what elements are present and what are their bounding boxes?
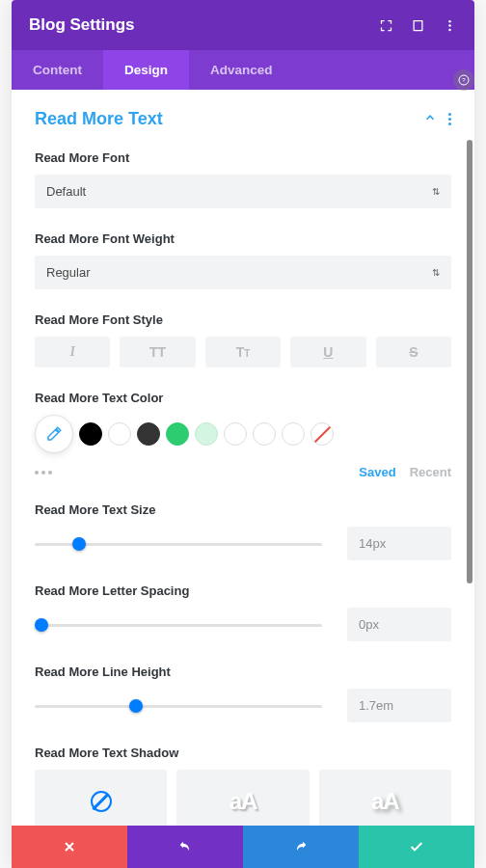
none-icon xyxy=(91,791,112,812)
field-spacing: Read More Letter Spacing 0px xyxy=(35,583,451,641)
expand-icon[interactable] xyxy=(379,18,393,33)
font-select[interactable]: Default ⇅ xyxy=(35,175,451,208)
color-swatch-darkgray[interactable] xyxy=(137,422,160,446)
lineheight-slider[interactable] xyxy=(35,696,322,716)
field-font: Read More Font Default ⇅ xyxy=(35,150,451,208)
more-menu-icon[interactable] xyxy=(443,18,457,33)
field-weight: Read More Font Weight Regular ⇅ xyxy=(35,231,451,289)
scrollbar[interactable] xyxy=(467,140,472,583)
color-swatch-white[interactable] xyxy=(108,422,131,446)
color-swatch-empty[interactable] xyxy=(224,422,247,446)
color-tab-recent[interactable]: Recent xyxy=(410,465,451,479)
header-actions xyxy=(379,18,457,33)
eyedropper-icon xyxy=(45,425,63,443)
tab-content[interactable]: Content xyxy=(12,50,103,90)
section-header: Read More Text xyxy=(35,109,451,129)
shadow-label: Read More Text Shadow xyxy=(35,746,451,760)
spacing-slider[interactable] xyxy=(35,615,322,635)
style-smallcaps-button[interactable]: TT xyxy=(205,337,281,367)
style-underline-button[interactable]: U xyxy=(290,337,365,367)
size-slider[interactable] xyxy=(35,534,322,554)
font-label: Read More Font xyxy=(35,150,451,165)
svg-point-1 xyxy=(448,24,451,27)
cancel-button[interactable] xyxy=(12,826,127,868)
undo-button[interactable] xyxy=(127,826,243,868)
section-actions xyxy=(423,111,451,127)
shadow-preset-none[interactable] xyxy=(35,770,167,826)
size-label: Read More Text Size xyxy=(35,502,451,517)
color-picker-button[interactable] xyxy=(35,415,73,453)
color-swatch-empty[interactable] xyxy=(282,422,305,446)
collapse-icon[interactable] xyxy=(423,111,437,127)
tab-advanced[interactable]: Advanced xyxy=(189,50,294,90)
settings-panel: Blog Settings Content Design Advanced ? … xyxy=(12,0,474,868)
tab-design[interactable]: Design xyxy=(103,50,189,90)
check-icon xyxy=(409,839,424,854)
style-italic-button[interactable]: I xyxy=(35,337,110,367)
spacing-value[interactable]: 0px xyxy=(347,608,451,641)
color-swatch-green[interactable] xyxy=(166,422,189,446)
color-swatch-none[interactable] xyxy=(310,422,334,446)
tabs-bar: Content Design Advanced xyxy=(12,50,474,90)
weight-label: Read More Font Weight xyxy=(35,231,451,246)
help-bubble-icon[interactable]: ? xyxy=(453,69,474,91)
save-button[interactable] xyxy=(359,826,474,868)
redo-button[interactable] xyxy=(243,826,359,868)
section-more-icon[interactable] xyxy=(448,113,451,125)
color-more-icon[interactable] xyxy=(35,471,52,475)
field-style: Read More Font Style I TT TT U S xyxy=(35,312,451,367)
color-swatch-empty[interactable] xyxy=(253,422,276,446)
style-uppercase-button[interactable]: TT xyxy=(120,337,195,367)
shadow-preset-2[interactable]: aA xyxy=(319,770,451,826)
font-value: Default xyxy=(46,184,86,199)
svg-point-2 xyxy=(448,28,451,31)
field-lineheight: Read More Line Height 1.7em xyxy=(35,665,451,722)
lineheight-label: Read More Line Height xyxy=(35,665,451,679)
close-icon xyxy=(62,839,77,854)
panel-header: Blog Settings xyxy=(12,0,474,50)
tablet-icon[interactable] xyxy=(411,18,425,33)
panel-title: Blog Settings xyxy=(29,15,135,35)
spacing-label: Read More Letter Spacing xyxy=(35,583,451,598)
shadow-preset-1[interactable]: aA xyxy=(176,770,309,826)
style-label: Read More Font Style xyxy=(35,312,451,327)
field-size: Read More Text Size 14px xyxy=(35,502,451,560)
color-swatch-lightgreen[interactable] xyxy=(195,422,218,446)
field-color: Read More Text Color Saved Rece xyxy=(35,391,451,479)
weight-select[interactable]: Regular ⇅ xyxy=(35,256,451,289)
lineheight-value[interactable]: 1.7em xyxy=(347,689,451,722)
section-title[interactable]: Read More Text xyxy=(35,109,163,129)
size-value[interactable]: 14px xyxy=(347,527,451,560)
select-caret-icon: ⇅ xyxy=(432,186,440,197)
color-tab-saved[interactable]: Saved xyxy=(359,465,395,479)
field-shadow: Read More Text Shadow aA aA aA aA aA xyxy=(35,746,451,826)
select-caret-icon: ⇅ xyxy=(432,267,440,278)
color-label: Read More Text Color xyxy=(35,391,451,405)
svg-point-0 xyxy=(448,19,451,22)
undo-icon xyxy=(177,839,193,854)
weight-value: Regular xyxy=(46,265,91,280)
redo-icon xyxy=(293,839,309,854)
content-scroll[interactable]: Read More Text Read More Font Default ⇅ … xyxy=(12,90,474,826)
color-swatch-black[interactable] xyxy=(79,422,102,446)
footer-actions xyxy=(12,826,474,868)
style-strikethrough-button[interactable]: S xyxy=(376,337,451,367)
svg-text:?: ? xyxy=(462,77,466,83)
